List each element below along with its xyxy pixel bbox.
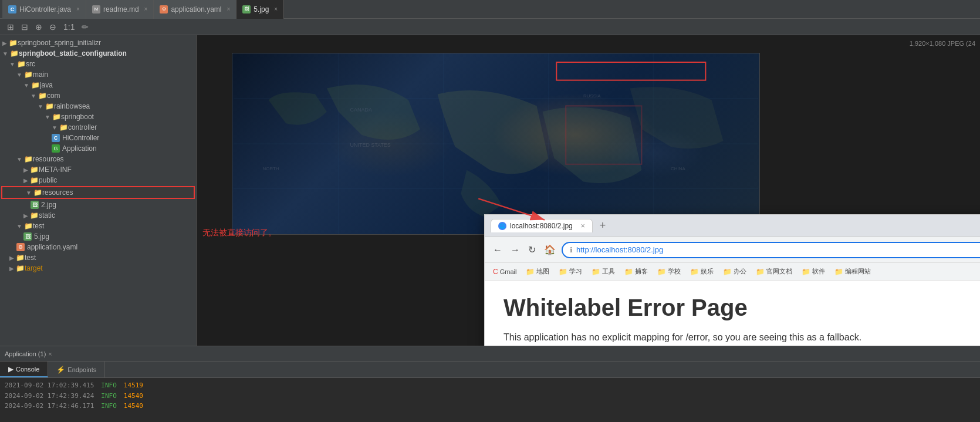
- bookmark-office[interactable]: 📁 办公: [721, 266, 749, 277]
- tab-hicontroller[interactable]: C HiController.java ×: [2, 0, 86, 19]
- bookmark-software[interactable]: 📁 软件: [799, 266, 827, 277]
- arrow-icon: ▼: [2, 50, 8, 57]
- close-icon[interactable]: ×: [76, 6, 80, 12]
- console-icon: ▶: [8, 365, 13, 373]
- tree-item-5jpg[interactable]: 🖼 5.jpg: [0, 231, 196, 242]
- md-icon: M: [92, 5, 100, 13]
- new-tab-button[interactable]: +: [600, 220, 606, 232]
- back-button[interactable]: ←: [491, 242, 505, 258]
- actual-size-button[interactable]: ⊟: [19, 21, 31, 33]
- tab-console[interactable]: ▶ Console: [0, 362, 48, 377]
- app-file-icon: G: [52, 144, 60, 153]
- tree-item-java[interactable]: ▼ 📁 java: [0, 80, 196, 90]
- world-map-image: CANADA UNITED STATES RUSSIA NORTH CHINA: [232, 53, 760, 235]
- tree-item-resources-sub[interactable]: ▼ 📁 resources: [1, 186, 195, 199]
- folder-icon: 📁: [723, 268, 732, 276]
- zoom-reset-button[interactable]: 1:1: [61, 21, 77, 33]
- zoom-out-button[interactable]: ⊖: [47, 21, 59, 33]
- tree-item-meta-inf[interactable]: ▶ 📁 META-INF: [0, 164, 196, 175]
- browser-navbar: ← → ↻ 🏠 ℹ 🔍 ☆ ⧉: [485, 237, 980, 263]
- tab-endpoints[interactable]: ⚡ Endpoints: [48, 362, 105, 377]
- forward-button[interactable]: →: [508, 242, 522, 258]
- fit-button[interactable]: ✏: [79, 21, 91, 33]
- bookmark-entertainment[interactable]: 📁 娱乐: [688, 266, 716, 277]
- tab-hicontroller-label: HiController.java: [19, 5, 71, 13]
- arrow-icon: ▶: [23, 212, 28, 219]
- bookmark-capture[interactable]: 📁 捕客: [622, 266, 650, 277]
- app-run-close-button[interactable]: ×: [48, 350, 52, 357]
- tree-item-main[interactable]: ▼ 📁 main: [0, 69, 196, 80]
- tree-item-static[interactable]: ▶ 📁 static: [0, 210, 196, 221]
- tab-endpoints-label: Endpoints: [67, 366, 96, 373]
- bookmark-label: 学习: [569, 267, 582, 276]
- tree-label: Application: [62, 144, 97, 153]
- tree-item-test-folder[interactable]: ▼ 📁 test: [0, 221, 196, 231]
- zoom-in-button[interactable]: ⊕: [33, 21, 45, 33]
- arrow-icon: ▶: [23, 167, 28, 173]
- tab-5jpg[interactable]: 🖼 5.jpg ×: [236, 0, 284, 19]
- bottom-tabs: ▶ Console ⚡ Endpoints: [0, 362, 980, 378]
- bookmark-label: 官网文档: [766, 267, 792, 276]
- close-icon[interactable]: ×: [144, 6, 148, 12]
- browser-tab[interactable]: 🌐 localhost:8080/2.jpg ×: [491, 219, 593, 232]
- tree-item-2jpg[interactable]: 🖼 2.jpg: [0, 200, 196, 210]
- bookmark-tools[interactable]: 📁 工具: [589, 266, 617, 277]
- error-title: Whitelabel Error Page: [503, 295, 980, 321]
- tab-readme[interactable]: M readme.md ×: [86, 0, 154, 19]
- bookmark-docs[interactable]: 📁 官网文档: [753, 266, 795, 277]
- console-line: 2021-09-02 17:02:39.415 INFO 14519: [5, 380, 975, 391]
- close-icon[interactable]: ×: [227, 6, 230, 12]
- arrow-icon: ▶: [23, 177, 28, 184]
- tree-item-target[interactable]: ▶ 📁 target: [0, 263, 196, 274]
- folder-icon: 📁: [52, 113, 61, 121]
- folder-icon: 📁: [834, 268, 843, 276]
- console-level: INFO: [101, 391, 117, 401]
- tree-item-application-class[interactable]: G Application: [0, 143, 196, 154]
- folder-icon: 📁: [33, 188, 42, 197]
- folder-icon: 📁: [38, 92, 47, 100]
- tree-item-controller[interactable]: ▼ 📁 controller: [0, 122, 196, 133]
- url-input[interactable]: [576, 245, 980, 254]
- console-time: 2024-09-02 17:42:39.424: [5, 391, 94, 401]
- tree-label: test: [33, 222, 44, 230]
- tree-item-hicontroller[interactable]: C HiController: [0, 133, 196, 143]
- arrow-icon: ▼: [9, 61, 15, 67]
- bookmark-maps[interactable]: 📁 地图: [523, 266, 552, 277]
- tree-label: target: [25, 264, 43, 272]
- bookmark-study[interactable]: 📁 学习: [556, 266, 584, 277]
- tree-item-src[interactable]: ▼ 📁 src: [0, 59, 196, 69]
- arrow-icon: ▼: [45, 114, 50, 120]
- endpoints-icon: ⚡: [56, 366, 65, 374]
- bookmark-gmail[interactable]: C Gmail: [491, 266, 519, 277]
- reload-button[interactable]: ↻: [526, 242, 538, 258]
- bookmark-coding[interactable]: 📁 编程网站: [832, 266, 873, 277]
- grid-view-button[interactable]: ⊞: [5, 21, 16, 33]
- tree-item-application-yaml[interactable]: ⚙ application.yaml: [0, 242, 196, 252]
- tree-item-rainbowsea[interactable]: ▼ 📁 rainbowsea: [0, 101, 196, 112]
- tab-close-icon[interactable]: ×: [581, 222, 585, 230]
- tree-label: resources: [33, 155, 64, 163]
- app-run-bar: Application (1) ×: [0, 346, 980, 362]
- project-tree: ▶ 📁 springboot_spring_initializr ▼ 📁 spr…: [0, 35, 196, 346]
- bookmark-label: 学校: [668, 267, 681, 276]
- tree-item-springboot[interactable]: ▼ 📁 springboot: [0, 112, 196, 122]
- tree-label: META-INF: [39, 166, 72, 174]
- tree-item-com[interactable]: ▼ 📁 com: [0, 90, 196, 101]
- tree-item-springboot-spring[interactable]: ▶ 📁 springboot_spring_initializr: [0, 38, 196, 48]
- arrow-icon: ▼: [26, 190, 32, 196]
- tree-label: 2.jpg: [41, 201, 56, 209]
- address-bar[interactable]: ℹ 🔍 ☆: [562, 242, 980, 258]
- tree-item-resources-parent[interactable]: ▼ 📁 resources: [0, 154, 196, 164]
- bookmark-label: Gmail: [500, 268, 517, 275]
- yaml-file-icon: ⚙: [16, 243, 25, 251]
- tab-application-yaml[interactable]: ⚙ application.yaml ×: [154, 0, 236, 19]
- content-area: 1,920×1,080 JPEG (24: [197, 35, 980, 346]
- home-button[interactable]: 🏠: [542, 242, 558, 258]
- bookmark-school[interactable]: 📁 学校: [655, 266, 683, 277]
- tab-bar: C HiController.java × M readme.md × ⚙ ap…: [0, 0, 980, 19]
- tree-label: springboot_static_configuration: [19, 49, 127, 58]
- tree-item-public[interactable]: ▶ 📁 public: [0, 175, 196, 185]
- tree-item-test-root[interactable]: ▶ 📁 test: [0, 252, 196, 263]
- close-icon[interactable]: ×: [274, 6, 278, 12]
- tree-item-springboot-static[interactable]: ▼ 📁 springboot_static_configuration: [0, 48, 196, 59]
